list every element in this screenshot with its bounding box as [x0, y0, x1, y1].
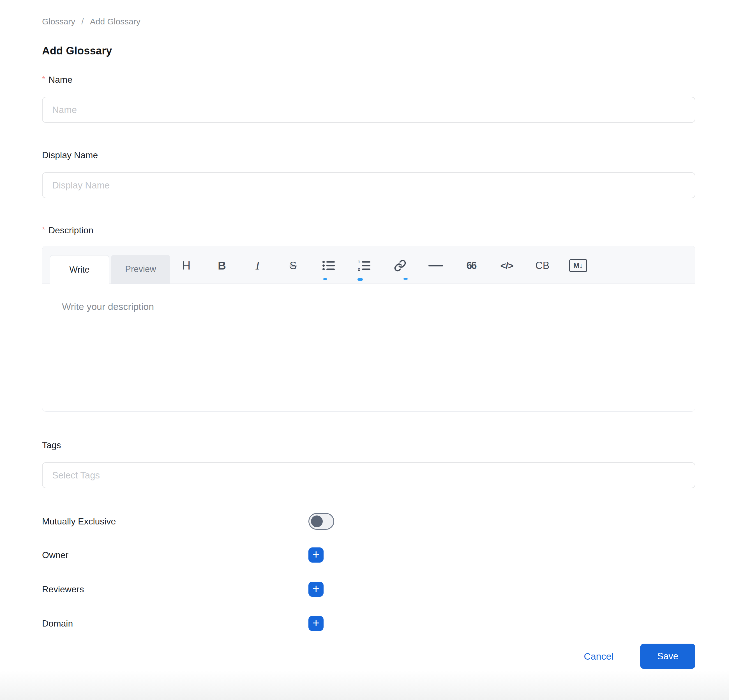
breadcrumb-add-glossary[interactable]: Add Glossary	[90, 17, 141, 26]
description-label: * Description	[42, 225, 696, 235]
description-label-text: Description	[48, 225, 93, 235]
display-name-label: Display Name	[42, 150, 696, 160]
display-name-label-text: Display Name	[42, 150, 98, 160]
add-owner-button[interactable]: +	[308, 548, 324, 563]
numbered-list-icon[interactable]: 1 2	[347, 258, 382, 273]
name-input[interactable]	[42, 97, 696, 123]
mutually-exclusive-label: Mutually Exclusive	[42, 516, 308, 527]
reviewers-label: Reviewers	[42, 584, 308, 594]
italic-icon[interactable]: I	[240, 258, 275, 273]
required-asterisk: *	[42, 224, 45, 235]
save-button[interactable]: Save	[640, 643, 696, 669]
tags-select-input[interactable]	[42, 462, 696, 488]
heading-icon[interactable]: H	[168, 258, 204, 273]
mutually-exclusive-toggle[interactable]	[308, 513, 334, 530]
editor-toolbar: Write Preview H B I S 1	[42, 246, 695, 284]
breadcrumb: Glossary / Add Glossary	[42, 17, 696, 26]
tab-write[interactable]: Write	[50, 255, 109, 284]
cancel-button[interactable]: Cancel	[584, 651, 613, 662]
toolbar-badge-dot	[357, 278, 363, 281]
owner-row: Owner +	[42, 548, 696, 563]
owner-label: Owner	[42, 550, 308, 561]
toggle-knob	[311, 516, 323, 527]
mutually-exclusive-row: Mutually Exclusive	[42, 513, 696, 530]
inline-code-icon[interactable]: </>	[489, 258, 524, 273]
page-title: Add Glossary	[42, 45, 696, 57]
editor-body	[42, 284, 695, 411]
reviewers-row: Reviewers +	[42, 582, 696, 597]
bullet-list-icon[interactable]	[311, 258, 347, 273]
add-reviewers-button[interactable]: +	[308, 582, 324, 597]
breadcrumb-separator: /	[81, 17, 84, 26]
domain-label: Domain	[42, 619, 308, 629]
domain-row: Domain +	[42, 616, 696, 631]
name-label-text: Name	[48, 74, 72, 85]
quote-icon[interactable]: 66	[453, 258, 489, 273]
toolbar-badge-dot	[323, 278, 327, 280]
add-glossary-form: Glossary / Add Glossary Add Glossary * N…	[42, 0, 696, 669]
link-icon[interactable]	[382, 258, 418, 273]
toolbar-badge-dot	[404, 278, 408, 280]
tags-label-text: Tags	[42, 440, 61, 450]
code-block-icon[interactable]: CB	[524, 258, 560, 273]
form-actions: Cancel Save	[42, 643, 696, 669]
page-bottom-fade	[0, 671, 729, 700]
description-textarea[interactable]	[42, 284, 695, 411]
tab-preview[interactable]: Preview	[111, 255, 170, 283]
required-asterisk: *	[42, 74, 45, 84]
name-label: * Name	[42, 74, 696, 85]
bold-icon[interactable]: B	[204, 258, 240, 273]
tags-label: Tags	[42, 440, 696, 450]
editor-toolbar-icons: H B I S 1 2	[168, 258, 596, 273]
add-domain-button[interactable]: +	[308, 616, 324, 631]
svg-text:1: 1	[358, 260, 360, 264]
markdown-icon[interactable]: M↓	[560, 258, 596, 273]
display-name-input[interactable]	[42, 172, 696, 198]
strikethrough-icon[interactable]: S	[275, 258, 311, 273]
breadcrumb-glossary[interactable]: Glossary	[42, 17, 75, 26]
description-editor: Write Preview H B I S 1	[42, 246, 696, 412]
horizontal-rule-icon[interactable]	[418, 258, 453, 273]
svg-text:2: 2	[358, 267, 360, 271]
